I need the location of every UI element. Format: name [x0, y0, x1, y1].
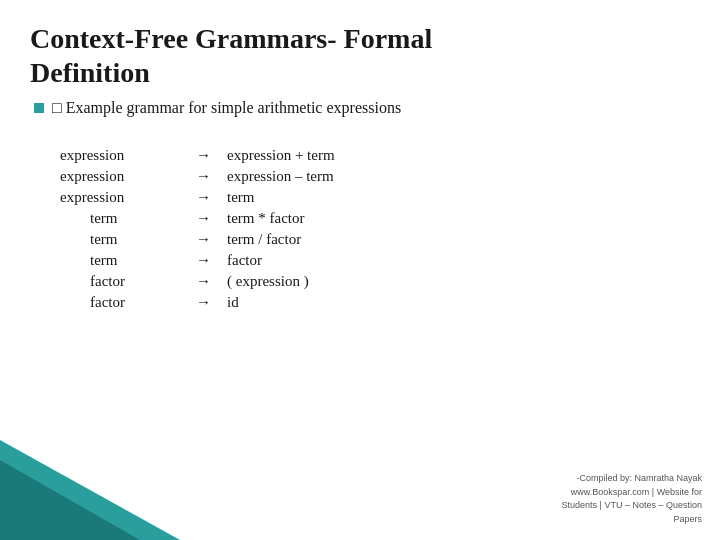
table-row: expression→term — [60, 187, 335, 208]
grammar-arrow-7: → — [180, 292, 227, 313]
grammar-table: expression→expression + termexpression→e… — [60, 145, 335, 313]
grammar-arrow-5: → — [180, 250, 227, 271]
table-row: expression→expression – term — [60, 166, 335, 187]
bullet-icon — [34, 103, 44, 113]
example-text: grammar for simple arithmetic expression… — [127, 99, 402, 117]
grammar-left-7: factor — [60, 292, 180, 313]
table-row: factor→( expression ) — [60, 271, 335, 292]
grammar-left-4: term — [60, 229, 180, 250]
grammar-right-7: id — [227, 292, 335, 313]
slide-container: Context-Free Grammars- Formal Definition… — [0, 0, 720, 540]
accent-shape-inner — [0, 460, 140, 540]
grammar-right-2: term — [227, 187, 335, 208]
table-row: factor→id — [60, 292, 335, 313]
grammar-arrow-6: → — [180, 271, 227, 292]
content-area: expression→expression + termexpression→e… — [0, 145, 720, 313]
grammar-left-0: expression — [60, 145, 180, 166]
grammar-arrow-3: → — [180, 208, 227, 229]
grammar-left-5: term — [60, 250, 180, 271]
grammar-right-1: expression – term — [227, 166, 335, 187]
grammar-right-3: term * factor — [227, 208, 335, 229]
example-line: □ Example grammar for simple arithmetic … — [30, 99, 690, 117]
footer: -Compiled by: Namratha Nayak www.Bookspa… — [562, 472, 702, 526]
grammar-arrow-2: → — [180, 187, 227, 208]
grammar-right-6: ( expression ) — [227, 271, 335, 292]
grammar-arrow-0: → — [180, 145, 227, 166]
example-prefix: □ Example — [52, 99, 123, 117]
table-row: term→term / factor — [60, 229, 335, 250]
table-row: expression→expression + term — [60, 145, 335, 166]
grammar-left-1: expression — [60, 166, 180, 187]
grammar-right-4: term / factor — [227, 229, 335, 250]
grammar-right-5: factor — [227, 250, 335, 271]
table-row: term→factor — [60, 250, 335, 271]
grammar-left-6: factor — [60, 271, 180, 292]
grammar-left-3: term — [60, 208, 180, 229]
header: Context-Free Grammars- Formal Definition… — [0, 0, 720, 145]
table-row: term→term * factor — [60, 208, 335, 229]
grammar-arrow-1: → — [180, 166, 227, 187]
grammar-left-2: expression — [60, 187, 180, 208]
grammar-arrow-4: → — [180, 229, 227, 250]
grammar-right-0: expression + term — [227, 145, 335, 166]
slide-title: Context-Free Grammars- Formal Definition — [30, 22, 690, 89]
